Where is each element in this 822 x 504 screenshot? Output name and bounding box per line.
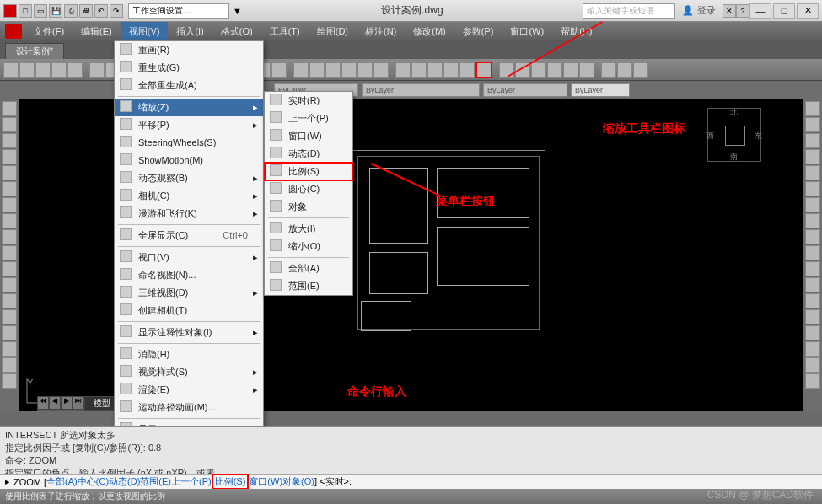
toolbar-button[interactable] [459, 62, 475, 78]
toolbar-button[interactable] [325, 62, 341, 78]
menu-item-相机(C)[interactable]: 相机(C) [115, 187, 263, 205]
tool-button[interactable] [2, 373, 17, 389]
redo-icon[interactable]: ↷ [110, 4, 123, 18]
menu-窗口[interactable]: 窗口(W) [502, 22, 552, 40]
tool-button[interactable] [805, 261, 820, 276]
tool-button[interactable] [2, 213, 17, 228]
menu-参数[interactable]: 参数(P) [454, 22, 502, 40]
toolbar-button[interactable] [427, 62, 443, 78]
menu-item-动态观察(B)[interactable]: 动态观察(B) [115, 169, 263, 187]
open-icon[interactable]: ▭ [34, 4, 47, 18]
save-icon[interactable]: 💾 [49, 4, 62, 18]
viewcube[interactable]: 北 南 东 西 [707, 108, 761, 162]
zoom-item-缩小(O)[interactable]: 缩小(O) [265, 238, 352, 255]
tool-button[interactable] [2, 357, 17, 373]
tool-button[interactable] [2, 133, 17, 148]
toolbar-button[interactable] [395, 62, 411, 78]
cmd-option[interactable]: 全部(A) [46, 475, 78, 488]
toolbar-button[interactable] [443, 62, 459, 78]
menu-item-运动路径动画(M)...[interactable]: 运动路径动画(M)... [115, 399, 263, 416]
tool-button[interactable] [2, 117, 17, 132]
login-button[interactable]: 👤 登录 [682, 4, 716, 17]
menu-修改[interactable]: 修改(M) [405, 22, 454, 40]
document-tab[interactable]: 设计案例* [5, 43, 64, 59]
menu-item-全屏显示(C)[interactable]: 全屏显示(C)Ctrl+0 [115, 227, 263, 244]
tool-button[interactable] [805, 309, 820, 324]
toolbar-button[interactable] [341, 62, 357, 78]
undo-icon[interactable]: ↶ [94, 4, 108, 18]
toolbar-button[interactable] [617, 62, 632, 78]
search-input[interactable]: 输入关键字或短语 [583, 3, 675, 19]
cmd-option[interactable]: 动态(D) [109, 475, 140, 488]
menu-item-全部重生成(A)[interactable]: 全部重生成(A) [115, 77, 263, 94]
zoom-item-窗口(W)[interactable]: 窗口(W) [265, 127, 352, 145]
zoom-item-对象[interactable]: 对象 [265, 198, 352, 216]
new-icon[interactable]: □ [19, 4, 32, 18]
maximize-button[interactable]: □ [773, 3, 795, 19]
toolbar-button[interactable] [579, 62, 594, 78]
viewcube-south[interactable]: 南 [730, 152, 738, 163]
tool-button[interactable] [805, 277, 820, 292]
tool-button[interactable] [805, 133, 820, 148]
menu-item-ShowMotion(M)[interactable]: ShowMotion(M) [115, 152, 263, 169]
zoom-item-比例(S)[interactable]: 比例(S) [265, 163, 352, 180]
tool-button[interactable] [805, 117, 820, 132]
cmd-option[interactable]: 范围(E) [140, 475, 171, 488]
minimize-button[interactable]: — [749, 3, 771, 19]
plot-icon[interactable]: 🖶 [79, 4, 93, 18]
exchange-icon[interactable]: ✕ [723, 4, 736, 18]
tool-button[interactable] [2, 197, 17, 212]
menu-item-重画(R)[interactable]: 重画(R) [115, 41, 263, 59]
command-line[interactable]: ▸ ZOOM [全部(A) 中心(C) 动态(D) 范围(E) 上一个(P) 比… [0, 474, 822, 489]
menu-编辑[interactable]: 编辑(E) [73, 22, 121, 40]
menu-工具[interactable]: 工具(T) [261, 22, 309, 40]
cmd-option[interactable]: 上一个(P) [171, 475, 212, 488]
zoom-item-实时(R)[interactable]: 实时(R) [265, 92, 352, 110]
menu-item-命名视图(N)...[interactable]: 命名视图(N)... [115, 266, 263, 284]
toolbar-button[interactable] [89, 62, 105, 78]
tool-button[interactable] [2, 149, 17, 164]
menu-item-重生成(G)[interactable]: 重生成(G) [115, 59, 263, 77]
toolbar-button[interactable] [309, 62, 325, 78]
menu-格式[interactable]: 格式(O) [212, 22, 261, 40]
menu-item-消隐(H)[interactable]: 消隐(H) [115, 346, 263, 363]
menu-item-三维视图(D)[interactable]: 三维视图(D) [115, 284, 263, 302]
tool-button[interactable] [2, 245, 17, 260]
zoom-item-范围(E)[interactable]: 范围(E) [265, 277, 352, 295]
tool-button[interactable] [805, 245, 820, 260]
tool-button[interactable] [805, 197, 820, 212]
toolbar-button[interactable] [475, 62, 492, 78]
zoom-item-动态(D)[interactable]: 动态(D) [265, 145, 352, 163]
menu-插入[interactable]: 插入(I) [168, 22, 212, 40]
viewcube-east[interactable]: 东 [755, 131, 762, 142]
tool-button[interactable] [805, 149, 820, 164]
workspace-dropdown[interactable]: 工作空间设置… [128, 3, 229, 19]
menu-item-创建相机(T)[interactable]: 创建相机(T) [115, 302, 263, 319]
toolbar-button[interactable] [547, 62, 562, 78]
tool-button[interactable] [2, 341, 17, 357]
toolbar-button[interactable] [293, 62, 309, 78]
menu-文件[interactable]: 文件(F) [25, 22, 73, 40]
lineweight-control[interactable]: ByLayer [483, 83, 567, 97]
tool-button[interactable] [2, 261, 17, 276]
toolbar-button[interactable] [357, 62, 373, 78]
tab-last-icon[interactable]: ⏭ [73, 396, 84, 410]
toolbar-button[interactable] [51, 62, 67, 78]
menu-绘图[interactable]: 绘图(D) [309, 22, 357, 40]
toolbar-button[interactable] [373, 62, 389, 78]
tool-button[interactable] [805, 229, 820, 244]
close-button[interactable]: ✕ [797, 3, 819, 19]
menu-item-平移(P)[interactable]: 平移(P) [115, 116, 263, 134]
zoom-item-全部(A)[interactable]: 全部(A) [265, 260, 352, 277]
tab-next-icon[interactable]: ▶ [61, 396, 73, 410]
toolbar-button[interactable] [67, 62, 83, 78]
tool-button[interactable] [2, 229, 17, 244]
toolbar-button[interactable] [35, 62, 51, 78]
menu-item-视觉样式(S)[interactable]: 视觉样式(S) [115, 363, 263, 381]
tab-prev-icon[interactable]: ◀ [49, 396, 61, 410]
tool-button[interactable] [2, 101, 17, 116]
tool-button[interactable] [805, 101, 820, 116]
saveas-icon[interactable]: ⎙ [64, 4, 78, 18]
tool-button[interactable] [2, 165, 17, 180]
menu-item-缩放(Z)[interactable]: 缩放(Z) [115, 99, 263, 116]
